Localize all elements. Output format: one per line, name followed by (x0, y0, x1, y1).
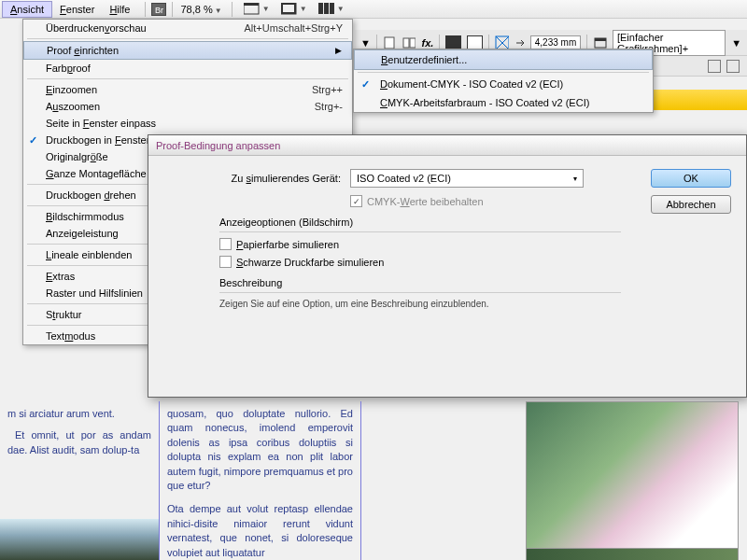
svg-rect-4 (283, 5, 294, 12)
main-menubar: Ansicht Fenster Hilfe Br 78,8 %▼ ▼ ▼ ▼ (0, 0, 747, 19)
page-icon[interactable] (383, 36, 397, 49)
preserve-cmyk-label: CMYK-Werte beibehalten (367, 196, 484, 207)
preset-icon[interactable] (593, 36, 607, 49)
submenu-working-cmyk[interactable]: CMYK-Arbeitsfarbraum - ISO Coated v2 (EC… (354, 93, 653, 112)
menu-hilfe[interactable]: Hilfe (102, 2, 137, 17)
fx-icon[interactable]: fx. (421, 37, 433, 49)
menu-ansicht[interactable]: Ansicht (2, 1, 52, 18)
svg-rect-15 (595, 38, 606, 41)
placed-image[interactable] (0, 519, 159, 560)
menu-proof-setup[interactable]: Proof einrichten▶ (23, 41, 352, 60)
zoom-level[interactable]: 78,8 %▼ (180, 4, 221, 15)
submenu-document-cmyk[interactable]: ✓Dokument-CMYK - ISO Coated v2 (ECI) (354, 75, 653, 93)
display-options-group: Anzeigeoptionen (Bildschirm) (219, 217, 731, 228)
body-text: m si arciatur arum vent. (7, 407, 151, 421)
workspace-icon[interactable]: ▼ (318, 2, 345, 17)
dialog-title: Proof-Bedingung anpassen (148, 135, 746, 156)
device-label: Zu simulierendes Gerät: (163, 173, 350, 184)
description-group: Beschreibung (219, 277, 731, 288)
svg-rect-9 (403, 38, 409, 48)
ok-button[interactable]: OK (651, 169, 731, 188)
spread-icon[interactable] (402, 36, 416, 49)
measure-field[interactable]: 4,233 mm (530, 35, 581, 49)
svg-rect-1 (244, 3, 259, 6)
simulate-black-label: Schwarze Druckfarbe simulieren (236, 257, 384, 268)
device-combo[interactable]: ISO Coated v2 (ECI)▾ (350, 169, 584, 188)
svg-rect-6 (324, 3, 329, 14)
proof-condition-dialog: Proof-Bedingung anpassen Zu simulierende… (148, 134, 747, 398)
arrange-icon[interactable]: ▼ (281, 2, 307, 17)
menu-zoom-in[interactable]: EinzoomenStrg++ (23, 81, 352, 98)
submenu-custom[interactable]: Benutzerdefiniert... (354, 49, 653, 70)
menu-proof-colors[interactable]: Farbproof (23, 60, 352, 77)
small-tool-2[interactable] (726, 60, 740, 73)
placed-image[interactable] (526, 548, 739, 560)
menu-fit-page[interactable]: Seite in Fenster einpass (23, 115, 352, 132)
simulate-black-checkbox[interactable] (219, 256, 232, 268)
svg-rect-8 (385, 37, 394, 49)
svg-rect-10 (410, 38, 416, 48)
small-tool-1[interactable] (708, 60, 721, 73)
menu-zoom-out[interactable]: AuszoomenStrg+- (23, 98, 352, 115)
body-text: quosam, quo doluptate nullorio. Ed quam … (167, 407, 353, 493)
simulate-paper-checkbox[interactable] (219, 238, 232, 250)
bridge-icon[interactable]: Br (151, 3, 166, 16)
description-text: Zeigen Sie auf eine Option, um eine Besc… (219, 299, 731, 309)
screen-mode-icon[interactable]: ▼ (244, 2, 270, 17)
arrow-icon[interactable] (514, 37, 525, 49)
menu-fenster[interactable]: Fenster (52, 2, 102, 17)
svg-rect-5 (318, 3, 323, 14)
toolbar-dropdown[interactable]: ▼ (360, 37, 371, 49)
svg-rect-7 (330, 3, 334, 14)
placed-image[interactable] (526, 401, 739, 555)
body-text: Ota dempe aut volut reptasp ellendae nih… (167, 502, 353, 560)
proof-setup-submenu: Benutzerdefiniert... ✓Dokument-CMYK - IS… (353, 49, 654, 113)
preserve-cmyk-checkbox: ✓ (350, 195, 362, 207)
cancel-button[interactable]: Abbrechen (651, 195, 731, 214)
menu-overprint-preview[interactable]: ÜberdruckenvorschauAlt+Umschalt+Strg+Y (23, 20, 352, 36)
simulate-paper-label: Papierfarbe simulieren (236, 239, 339, 250)
body-text: Et omnit, ut por as andam dae. Alist aud… (7, 428, 151, 457)
